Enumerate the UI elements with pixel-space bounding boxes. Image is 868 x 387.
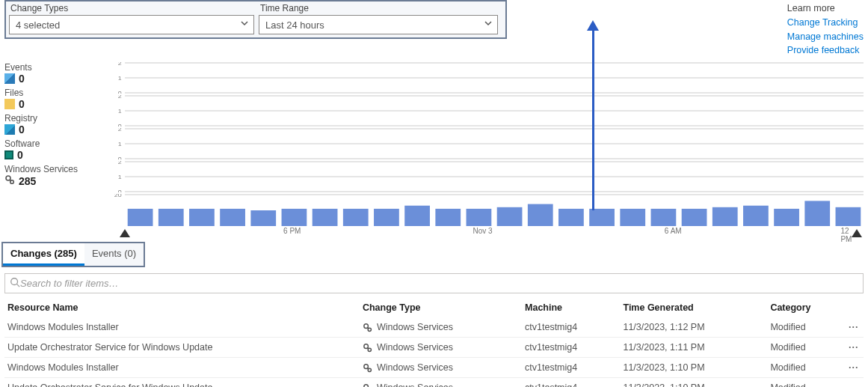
- svg-text:2: 2: [118, 161, 122, 165]
- svg-text:1: 1: [118, 140, 122, 147]
- change-types-select[interactable]: 4 selected: [9, 15, 254, 34]
- svg-rect-38: [404, 206, 430, 226]
- col-time-generated[interactable]: Time Generated: [620, 298, 767, 317]
- svg-rect-31: [189, 209, 215, 226]
- row-more-button[interactable]: ···: [849, 342, 858, 353]
- cell-change-type: Windows Services: [360, 338, 522, 358]
- svg-rect-49: [743, 206, 769, 226]
- cell-time: 11/3/2023, 1:11 PM: [620, 338, 767, 358]
- svg-rect-50: [774, 209, 799, 226]
- row-more-button[interactable]: ···: [849, 322, 858, 332]
- table-row[interactable]: Windows Modules Installer Windows Servic…: [4, 317, 864, 338]
- svg-rect-30: [158, 209, 184, 226]
- summary-registry[interactable]: Registry 0: [4, 113, 102, 135]
- svg-text:2: 2: [118, 62, 122, 67]
- col-category[interactable]: Category: [767, 298, 846, 317]
- services-icon: [4, 174, 15, 187]
- table-row[interactable]: Update Orchestrator Service for Windows …: [4, 378, 864, 388]
- tab-changes[interactable]: Changes (285): [3, 243, 84, 266]
- folder-icon: [4, 99, 15, 109]
- chart-events[interactable]: 012: [102, 62, 864, 94]
- summary-events-label: Events: [4, 62, 102, 73]
- summary-events[interactable]: Events 0: [4, 62, 102, 85]
- time-range-filter: Time Range Last 24 hours: [259, 1, 498, 34]
- svg-rect-34: [282, 209, 307, 226]
- link-manage-machines[interactable]: Manage machines: [787, 30, 864, 44]
- cell-category: Modified: [767, 358, 846, 378]
- cell-change-type: Windows Services: [360, 378, 522, 388]
- chart-registry[interactable]: 012: [102, 128, 864, 159]
- summary-files-label: Files: [4, 88, 102, 98]
- chart-services[interactable]: 20: [102, 194, 864, 227]
- chevron-down-icon: [484, 19, 493, 30]
- chevron-down-icon: [240, 19, 249, 30]
- link-provide-feedback[interactable]: Provide feedback: [787, 43, 864, 58]
- cell-resource-name: Windows Modules Installer: [4, 317, 360, 338]
- svg-rect-39: [435, 209, 461, 226]
- svg-text:1: 1: [118, 173, 122, 180]
- cell-time: 11/3/2023, 1:12 PM: [620, 317, 767, 338]
- cell-category: Modified: [767, 378, 846, 388]
- table-row[interactable]: Windows Modules Installer Windows Servic…: [4, 358, 864, 378]
- cell-resource-name: Windows Modules Installer: [4, 358, 360, 378]
- search-box[interactable]: [4, 273, 864, 293]
- svg-point-64: [364, 384, 369, 387]
- search-input[interactable]: [20, 278, 858, 289]
- cell-machine: ctv1testmig4: [522, 378, 620, 388]
- svg-rect-47: [682, 209, 707, 226]
- col-resource-name[interactable]: Resource Name: [4, 298, 360, 317]
- link-change-tracking[interactable]: Change Tracking: [787, 16, 864, 30]
- svg-text:1: 1: [118, 107, 122, 114]
- change-types-label: Change Types: [9, 1, 254, 15]
- svg-point-53: [11, 278, 18, 285]
- chart-software[interactable]: 012: [102, 161, 864, 192]
- svg-text:2: 2: [118, 128, 122, 132]
- col-machine[interactable]: Machine: [522, 298, 620, 317]
- svg-text:0: 0: [118, 188, 122, 192]
- svg-rect-37: [374, 209, 399, 226]
- svg-rect-44: [589, 209, 615, 226]
- svg-rect-51: [804, 201, 830, 226]
- summary-registry-label: Registry: [4, 113, 102, 124]
- time-range-select[interactable]: Last 24 hours: [259, 15, 498, 34]
- registry-icon: [4, 124, 15, 135]
- events-icon: [4, 73, 15, 84]
- cell-category: Modified: [767, 317, 846, 338]
- summary-services-label: Windows Services: [4, 164, 102, 174]
- chart-files[interactable]: 012: [102, 95, 864, 127]
- cell-change-type: Windows Services: [360, 358, 522, 378]
- learn-more-panel: Learn more Change Tracking Manage machin…: [787, 0, 864, 58]
- time-range-value: Last 24 hours: [265, 19, 324, 31]
- svg-rect-45: [620, 209, 645, 226]
- xtick: Nov 3: [473, 227, 492, 235]
- cell-machine: ctv1testmig4: [522, 358, 620, 378]
- table-row[interactable]: Update Orchestrator Service for Windows …: [4, 338, 864, 358]
- xtick: 12 PM: [840, 227, 855, 243]
- svg-rect-36: [343, 209, 369, 226]
- cell-time: 11/3/2023, 1:10 PM: [620, 378, 767, 388]
- summary-software[interactable]: Software 0: [4, 138, 102, 161]
- svg-rect-40: [467, 209, 492, 226]
- col-change-type[interactable]: Change Type: [360, 298, 522, 317]
- cell-machine: ctv1testmig4: [522, 338, 620, 358]
- cell-machine: ctv1testmig4: [522, 317, 620, 338]
- xtick: 6 PM: [283, 227, 301, 235]
- summary-software-value: 0: [17, 149, 23, 161]
- svg-rect-41: [497, 207, 523, 226]
- summary-files[interactable]: Files 0: [4, 88, 102, 110]
- summary-services[interactable]: Windows Services 285: [4, 164, 102, 187]
- svg-rect-48: [712, 207, 738, 226]
- search-icon: [10, 277, 20, 290]
- row-more-button[interactable]: ···: [849, 362, 858, 373]
- row-more-button[interactable]: ···: [849, 383, 858, 387]
- tab-events[interactable]: Events (0): [84, 243, 144, 266]
- summary-registry-value: 0: [19, 124, 25, 135]
- cell-change-type: Windows Services: [360, 317, 522, 338]
- xtick: 6 AM: [665, 227, 682, 235]
- svg-rect-46: [651, 209, 677, 226]
- svg-rect-33: [250, 210, 276, 226]
- svg-line-54: [17, 284, 20, 287]
- results-table: Resource Name Change Type Machine Time G…: [4, 298, 864, 387]
- time-range-label: Time Range: [259, 1, 498, 15]
- summary-column: Events 0 Files 0 Registry 0 Software 0 W…: [4, 62, 102, 239]
